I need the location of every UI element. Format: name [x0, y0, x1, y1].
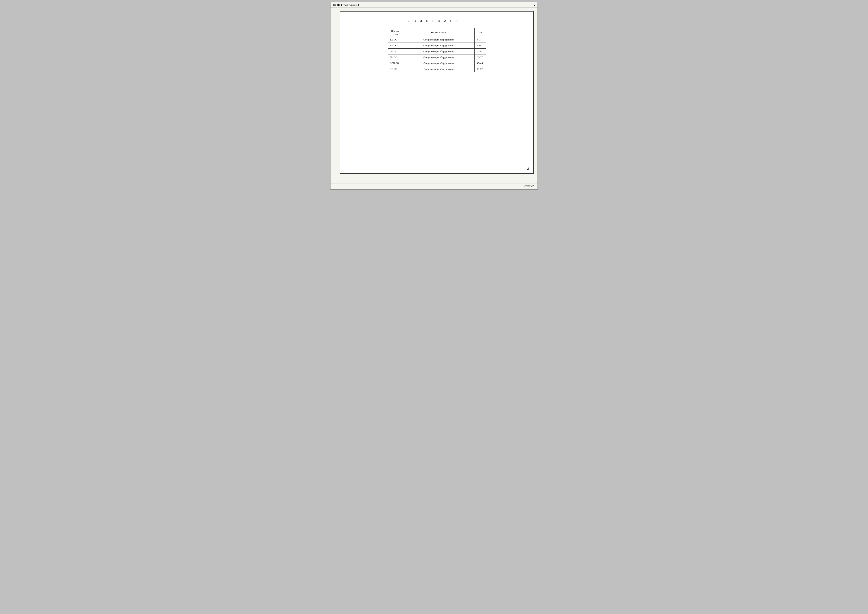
- table-row: ОВ СОСпецификация оборудованияI5–25: [388, 48, 486, 54]
- cell-code: СС СО: [388, 66, 403, 72]
- page-stamp: 21009-02: [330, 183, 538, 189]
- cell-code: ВК СО: [388, 43, 403, 48]
- table-header-row: Обозна-чение Наименование Стр.: [388, 28, 486, 37]
- cell-code: АОВ СО: [388, 60, 403, 66]
- page-number-inner: 2: [527, 167, 529, 170]
- cell-page: 47–52: [474, 66, 486, 72]
- col-header-page: Стр.: [474, 28, 486, 37]
- cell-name: Спецификация оборудования: [403, 60, 474, 66]
- cell-name: Спецификация оборудования: [403, 54, 474, 60]
- cell-page: 3–7: [474, 37, 486, 43]
- section-heading: С О Д Е Р Ж А Н И Е: [348, 19, 526, 23]
- col-header-name: Наименование: [403, 28, 474, 37]
- cell-code: ОВ СО: [388, 48, 403, 54]
- header-page-num: 2: [534, 3, 535, 6]
- cell-page: I5–25: [474, 48, 486, 54]
- cell-name: Спецификация оборудования: [403, 37, 474, 43]
- table-row: ЗМ СОСпецификация оборудования26–37: [388, 54, 486, 60]
- header-title: ТП 816-I-74.86 Альбом 4: [333, 3, 359, 6]
- table-row: СС СОСпецификация оборудования47–52: [388, 66, 486, 72]
- page-wrapper: ТП 816-I-74.86 Альбом 4 2 С О Д Е Р Ж А …: [330, 2, 538, 190]
- table-row: АОВ СОСпецификация оборудования38–46: [388, 60, 486, 66]
- table-wrapper: Обозна-чение Наименование Стр. ТХ СОСпец…: [348, 28, 526, 72]
- cell-name: Спецификация оборудования: [403, 66, 474, 72]
- contents-table: Обозна-чение Наименование Стр. ТХ СОСпец…: [388, 28, 486, 72]
- page-header: ТП 816-I-74.86 Альбом 4 2: [330, 2, 538, 8]
- cell-page: 38–46: [474, 60, 486, 66]
- col-header-code: Обозна-чение: [388, 28, 403, 37]
- page-inner: С О Д Е Р Ж А Н И Е Обозна-чение Наимено…: [340, 11, 534, 174]
- table-row: ВК СОСпецификация оборудования8–I4: [388, 43, 486, 48]
- cell-code: ТХ СО: [388, 37, 403, 43]
- table-row: ТХ СОСпецификация оборудования3–7: [388, 37, 486, 43]
- cell-page: 26–37: [474, 54, 486, 60]
- cell-name: Спецификация оборудования: [403, 43, 474, 48]
- cell-page: 8–I4: [474, 43, 486, 48]
- cell-code: ЗМ СО: [388, 54, 403, 60]
- cell-name: Спецификация оборудования: [403, 48, 474, 54]
